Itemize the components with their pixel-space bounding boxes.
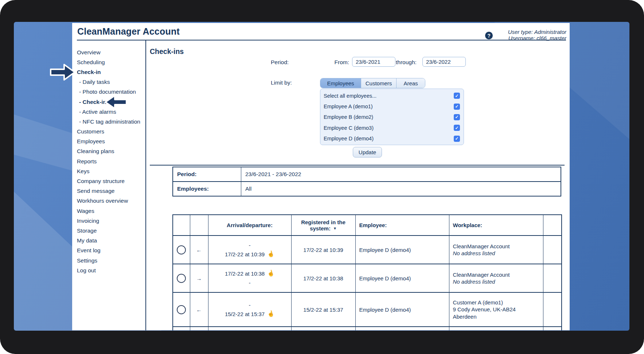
row-select-radio[interactable]: [177, 305, 186, 314]
sidebar-item-daily-tasks[interactable]: - Daily tasks: [77, 77, 145, 87]
arrival-departure-cell: 17/2-22 at 10:38☝-: [208, 264, 291, 292]
arrival-departure-lines: -17/2-22 at 10:39☝: [209, 241, 291, 259]
sidebar-item-invoicing[interactable]: Invoicing: [77, 216, 145, 226]
sidebar-item-send-message[interactable]: Send message: [77, 186, 145, 196]
arrival-departure-lines: -15/2-22 at 15:37☝: [209, 300, 291, 319]
direction-cell: ←: [190, 292, 208, 327]
screenshot-canvas: CleanManager Account ? User type: Admini…: [0, 0, 644, 354]
sidebar-item-overview[interactable]: Overview: [77, 47, 145, 57]
checkbox-checked-icon[interactable]: ✓: [454, 125, 460, 131]
select-cell: [173, 327, 190, 330]
help-icon[interactable]: ?: [485, 32, 493, 39]
workplace-line: No address listed: [453, 278, 543, 285]
arrival-arrow-icon: ←: [196, 307, 202, 313]
sidebar-item-wages[interactable]: Wages: [77, 206, 145, 216]
sidebar-item-check-ins[interactable]: - Check-ins: [77, 97, 145, 107]
hand-pointer-icon[interactable]: ☝: [266, 249, 275, 259]
tab-customers[interactable]: Customers: [361, 78, 397, 88]
update-button[interactable]: Update: [353, 147, 382, 157]
sidebar-item-workhours-overview[interactable]: Workhours overview: [77, 196, 145, 206]
sidebar-item-keys[interactable]: Keys: [77, 166, 145, 176]
workplace-line: CleanManager Account: [453, 271, 543, 279]
col-header-actions: [543, 215, 562, 236]
table-row: Period: 23/6-2021 - 23/6-2022: [173, 167, 561, 182]
checkbox-checked-icon[interactable]: ✓: [454, 104, 460, 110]
sidebar-item-active-alarms[interactable]: - Active alarms: [77, 107, 145, 117]
workplace-cell: CleanManager AccountNo address listed: [449, 236, 543, 264]
workplace-line: 9 Cody Avenue, UK-AB24: [453, 306, 543, 313]
col-header-employee: Employee:: [355, 215, 449, 236]
from-date-input[interactable]: [352, 57, 395, 67]
departure-time: 15/2-22 at 15:37: [225, 311, 265, 317]
tab-areas[interactable]: Areas: [397, 78, 425, 88]
checkbox-checked-icon[interactable]: ✓: [454, 114, 460, 120]
sidebar-item-check-in[interactable]: Check-in: [77, 67, 145, 77]
sidebar-item-customers[interactable]: Customers: [77, 127, 145, 137]
hand-pointer-icon[interactable]: ☝: [266, 268, 275, 279]
sidebar-item-scheduling[interactable]: Scheduling: [77, 57, 145, 67]
employee-filter-label: Employee C (demo3): [324, 125, 454, 131]
employee-cell: [355, 327, 449, 330]
registered-cell: 17/2-22 at 10:38: [291, 264, 355, 292]
workplace-cell: Customer A (demo1)9 Cody Avenue, UK-AB24…: [449, 292, 543, 327]
arrival-time: -: [249, 242, 251, 248]
employee-filter-row[interactable]: Select all employees...✓: [320, 90, 464, 101]
row-select-radio[interactable]: [177, 274, 186, 283]
filter-summary-table: Period: 23/6-2021 - 23/6-2022 Employees:…: [172, 167, 561, 197]
employee-filter-row[interactable]: Employee C (demo3)✓: [320, 122, 464, 133]
sidebar-item-storage[interactable]: Storage: [77, 226, 145, 236]
hand-pointer-icon[interactable]: ☝: [266, 308, 275, 319]
col-header-direction: [190, 215, 208, 236]
col-header-registered[interactable]: Registered in the system:▼: [291, 215, 355, 236]
checkbox-checked-icon[interactable]: ✓: [454, 136, 460, 142]
departure-line: -: [249, 278, 251, 287]
tab-employees[interactable]: Employees: [320, 78, 361, 88]
workplace-line: No address listed: [453, 250, 543, 257]
sort-desc-icon[interactable]: ▼: [333, 226, 337, 230]
employee-filter-row[interactable]: Employee D (demo4)✓: [320, 133, 464, 144]
limit-by-tabs: EmployeesCustomersAreas: [320, 78, 425, 88]
col-header-workplace: Workplace:: [449, 215, 543, 236]
departure-line: 15/2-22 at 15:37☝: [225, 310, 274, 319]
sidebar-item-cleaning-plans[interactable]: Cleaning plans: [77, 147, 145, 156]
registered-cell: 15/2-22 at 15:37: [291, 292, 355, 327]
sidebar-item-nfc-tag-administration[interactable]: - NFC tag administration: [77, 117, 145, 127]
section-divider: [150, 165, 565, 166]
sidebar-nav: OverviewSchedulingCheck-in- Daily tasks-…: [77, 47, 145, 275]
registered-cell: [291, 327, 355, 330]
sidebar-item-reports[interactable]: Reports: [77, 156, 145, 166]
sidebar-item-employees[interactable]: Employees: [77, 137, 145, 147]
sidebar-item-my-data[interactable]: My data: [77, 236, 145, 246]
sidebar-item-company-structure[interactable]: Company structure: [77, 176, 145, 186]
sidebar-item-settings[interactable]: Settings: [77, 256, 145, 265]
actions-cell: [543, 264, 562, 292]
arrival-departure-lines: 17/2-22 at 10:38☝-: [209, 269, 291, 287]
checkbox-checked-icon[interactable]: ✓: [454, 93, 460, 99]
col-header-select: [173, 215, 190, 236]
app-title: CleanManager Account: [77, 26, 180, 37]
sidebar-item-log-out[interactable]: Log out: [77, 265, 145, 275]
sidebar-item-photo-documentation[interactable]: - Photo documentation: [77, 87, 145, 97]
table-row: ←-15/2-22 at 15:37☝15/2-22 at 15:37Emplo…: [173, 292, 562, 327]
actions-cell: [543, 327, 562, 330]
arrival-departure-cell: -15/2-22 at 15:37☝: [208, 292, 291, 327]
row-select-radio[interactable]: [177, 245, 186, 254]
arrival-arrow-icon: ←: [196, 247, 202, 253]
through-date-input[interactable]: [422, 57, 466, 67]
workplace-cell: Customer A (demo1): [449, 327, 543, 330]
arrival-line: -: [249, 300, 251, 310]
direction-cell: →: [190, 264, 208, 292]
employee-filter-row[interactable]: Employee B (demo2)✓: [320, 112, 464, 122]
workplace-cell: CleanManager AccountNo address listed: [449, 264, 543, 292]
sidebar-item-event-log[interactable]: Event log: [77, 246, 145, 256]
table-header-row: Arrival/departure: Registered in the sys…: [173, 215, 562, 236]
col-header-arrival: Arrival/departure:: [208, 215, 291, 236]
workplace-line: Customer A (demo1): [453, 299, 543, 306]
employee-cell: Employee D (demo4): [355, 264, 449, 292]
header-divider: [77, 40, 566, 40]
summary-period-value: 23/6-2021 - 23/6-2022: [241, 167, 561, 182]
employee-filter-panel: Select all employees...✓Employee A (demo…: [320, 89, 464, 145]
actions-cell: [543, 292, 562, 327]
arrival-time: 17/2-22 at 10:38: [225, 271, 265, 277]
employee-filter-row[interactable]: Employee A (demo1)✓: [320, 101, 464, 112]
